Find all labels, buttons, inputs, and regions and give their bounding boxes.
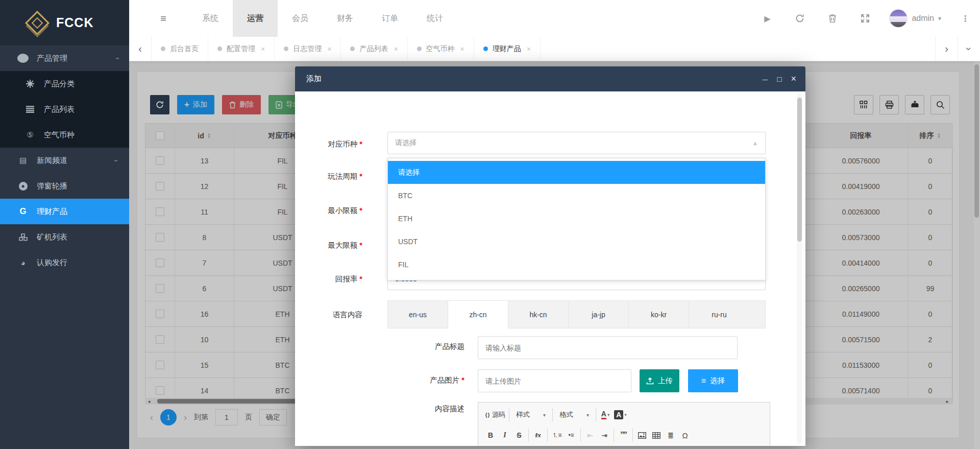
tab-logs[interactable]: 日志管理 × bbox=[275, 37, 341, 61]
play-icon[interactable]: ▶ bbox=[758, 10, 776, 27]
dialog-title: 添加 bbox=[306, 74, 322, 84]
text-color-button[interactable]: A▾ bbox=[599, 408, 612, 421]
menu-item-finance[interactable]: 财务 bbox=[323, 0, 368, 37]
tab-home[interactable]: 后台首页 bbox=[152, 37, 208, 61]
sidebar-item-news-channel[interactable]: ▤ 新闻频道 › bbox=[0, 148, 129, 173]
tabs-scroll-left[interactable]: ‹ bbox=[129, 37, 152, 61]
lang-tab-en-us[interactable]: en-us bbox=[388, 301, 448, 328]
brand-name: FCCK bbox=[56, 15, 93, 30]
bold-button[interactable]: B bbox=[484, 429, 497, 442]
required-mark: * bbox=[359, 140, 362, 148]
horizontal-rule-button[interactable]: ≣ bbox=[664, 429, 677, 442]
trash-icon[interactable] bbox=[824, 10, 841, 27]
styles-dropdown[interactable]: 样式▾ bbox=[512, 410, 550, 419]
scrollbar-thumb[interactable] bbox=[797, 98, 802, 242]
bullet-list-button[interactable]: •≡ bbox=[565, 429, 578, 442]
user-menu[interactable]: admin ▾ bbox=[889, 9, 941, 28]
lang-tab-ja-jp[interactable]: ja-jp bbox=[569, 301, 629, 328]
strikethrough-button[interactable]: S bbox=[512, 429, 526, 442]
close-icon[interactable]: × bbox=[327, 45, 331, 53]
close-icon[interactable]: × bbox=[261, 45, 265, 53]
upload-button[interactable]: 上传 bbox=[640, 369, 679, 392]
dropdown-option-eth[interactable]: ETH bbox=[388, 207, 765, 230]
sidebar-item-subscription-issue[interactable]: ◕ 认购发行 bbox=[0, 250, 129, 275]
remove-format-button[interactable]: Ix bbox=[531, 429, 545, 442]
outdent-button[interactable]: ⇤ bbox=[583, 429, 597, 442]
product-image-input[interactable] bbox=[478, 369, 631, 392]
brand-diamond-icon bbox=[25, 10, 50, 35]
minimize-icon[interactable]: — bbox=[762, 76, 768, 82]
blockquote-button[interactable]: ”” bbox=[617, 429, 630, 442]
menu-item-orders[interactable]: 订单 bbox=[368, 0, 412, 37]
fullscreen-icon[interactable] bbox=[856, 10, 874, 27]
field-label-description: 内容描述 bbox=[415, 404, 464, 414]
required-mark: * bbox=[359, 241, 362, 249]
menu-item-operations[interactable]: 运营 bbox=[233, 0, 278, 37]
dropdown-option-btc[interactable]: BTC bbox=[388, 184, 765, 207]
image-button[interactable] bbox=[635, 429, 649, 442]
indent-button[interactable]: ⇥ bbox=[598, 429, 611, 442]
field-label-product-image: 产品图片* bbox=[408, 375, 464, 385]
tab-dot bbox=[350, 46, 355, 51]
special-char-button[interactable]: Ω bbox=[678, 429, 692, 442]
field-label-min: 最小限额* bbox=[302, 206, 362, 216]
avatar bbox=[889, 9, 908, 28]
chevron-down-icon: › bbox=[963, 47, 975, 51]
pie-chart-icon: ◕ bbox=[17, 258, 29, 267]
sidebar-collapse-icon[interactable]: ≡ bbox=[153, 0, 174, 37]
sidebar-item-product-list[interactable]: 产品列表 bbox=[0, 97, 129, 122]
menu-item-statistics[interactable]: 统计 bbox=[412, 0, 457, 37]
required-mark: * bbox=[461, 376, 464, 384]
sidebar-item-popup-carousel[interactable]: ◆ 弹窗轮播 bbox=[0, 173, 129, 199]
field-label-product-title: 产品标题 bbox=[415, 342, 464, 351]
tab-dot bbox=[217, 46, 222, 51]
tab-config[interactable]: 配置管理 × bbox=[208, 37, 275, 61]
italic-button[interactable]: I bbox=[498, 429, 511, 442]
chevron-up-icon: › bbox=[112, 57, 121, 60]
close-icon[interactable]: × bbox=[460, 45, 464, 53]
choose-button[interactable]: ≡ 选择 bbox=[688, 369, 738, 392]
dialog-header[interactable]: 添加 — □ × bbox=[295, 66, 805, 91]
refresh-icon[interactable] bbox=[791, 10, 808, 27]
chevron-down-icon: › bbox=[112, 159, 121, 162]
close-icon[interactable]: × bbox=[527, 45, 531, 53]
sidebar-item-financial-products[interactable]: G 理财产品 bbox=[0, 199, 129, 224]
currency-select[interactable]: 请选择 ▲ bbox=[387, 132, 766, 154]
kebab-menu-icon[interactable]: ⋮ bbox=[957, 10, 974, 27]
lang-tab-ru-ru[interactable]: ru-ru bbox=[689, 301, 749, 328]
tabs-menu-dropdown[interactable]: › bbox=[958, 37, 980, 61]
tabs-scroll-right[interactable]: › bbox=[935, 37, 958, 61]
lang-tab-ko-kr[interactable]: ko-kr bbox=[629, 301, 689, 328]
lang-tab-hk-cn[interactable]: hk-cn bbox=[508, 301, 569, 328]
dialog-scrollbar[interactable] bbox=[797, 93, 802, 444]
ordered-list-button[interactable]: ⒈≡ bbox=[550, 429, 564, 442]
navbar-actions: ▶ admin ▾ ⋮ bbox=[758, 0, 974, 37]
close-icon[interactable]: × bbox=[394, 45, 398, 53]
main-menu: 系统 运营 会员 财务 订单 统计 bbox=[188, 0, 457, 37]
dialog-controls: — □ × bbox=[762, 66, 796, 91]
tab-financial-products[interactable]: 理财产品 × bbox=[474, 37, 541, 61]
sidebar-item-miner-list[interactable]: 矿机列表 bbox=[0, 224, 129, 250]
format-dropdown[interactable]: 格式▾ bbox=[555, 410, 593, 419]
dropdown-option-usdt[interactable]: USDT bbox=[388, 230, 765, 253]
tab-dot bbox=[284, 46, 288, 51]
menu-item-members[interactable]: 会员 bbox=[278, 0, 323, 37]
table-button[interactable] bbox=[650, 429, 663, 442]
currency-dropdown: 请选择 BTC ETH USDT FIL bbox=[387, 158, 766, 280]
sidebar-item-product-category[interactable]: 产品分类 bbox=[0, 71, 129, 97]
product-title-input[interactable] bbox=[478, 336, 738, 359]
sidebar-item-air-coins[interactable]: ⑤ 空气币种 bbox=[0, 122, 129, 148]
lang-tab-zh-cn[interactable]: zh-cn bbox=[448, 300, 508, 328]
dropdown-option-fil[interactable]: FIL bbox=[388, 253, 765, 276]
close-icon[interactable]: × bbox=[791, 74, 796, 84]
bg-color-button[interactable]: A▾ bbox=[613, 408, 628, 421]
maximize-icon[interactable]: □ bbox=[777, 75, 781, 83]
menu-item-system[interactable]: 系统 bbox=[188, 0, 233, 37]
dropdown-option-placeholder[interactable]: 请选择 bbox=[388, 161, 765, 184]
gear-icon bbox=[24, 80, 36, 88]
source-button[interactable]: ⟨⟩ 源码 bbox=[484, 408, 506, 421]
tab-product-list[interactable]: 产品列表 × bbox=[341, 37, 407, 61]
sidebar-item-product-management[interactable]: P 产品管理 › bbox=[0, 45, 129, 71]
compass-icon: ◆ bbox=[17, 182, 29, 191]
tab-air-coins[interactable]: 空气币种 × bbox=[408, 37, 474, 61]
